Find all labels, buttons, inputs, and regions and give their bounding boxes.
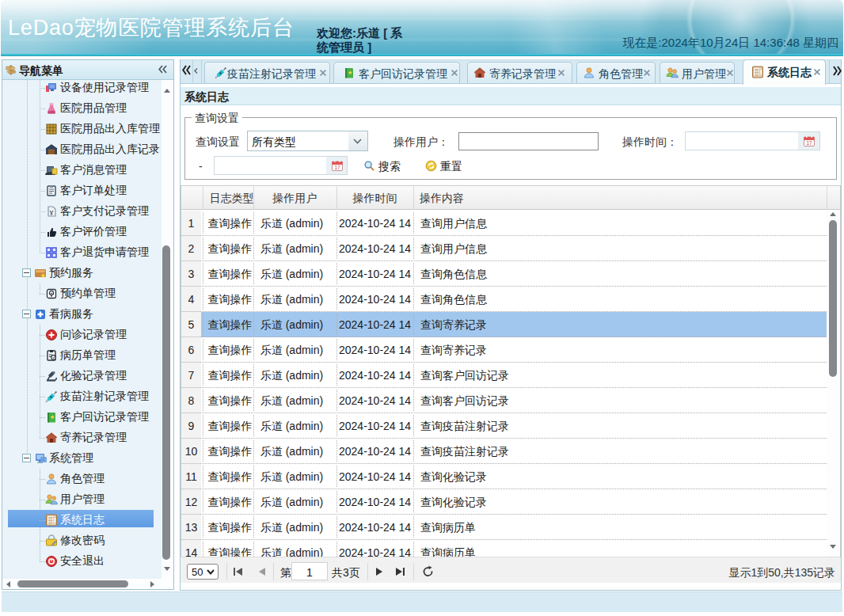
svg-text:17: 17 (806, 140, 812, 146)
svg-text:17: 17 (334, 165, 340, 170)
